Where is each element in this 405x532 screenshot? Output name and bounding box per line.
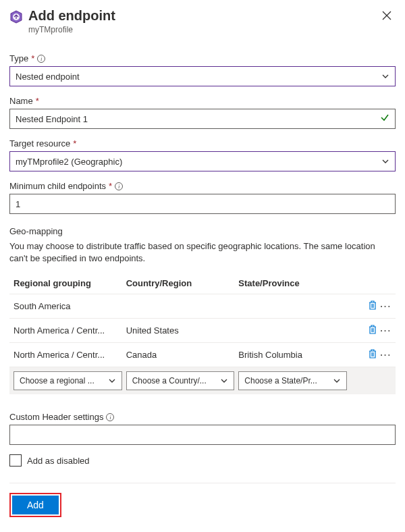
chevron-down-icon — [108, 377, 116, 385]
close-button[interactable] — [378, 8, 396, 25]
delete-button[interactable] — [368, 324, 377, 337]
check-icon — [380, 113, 389, 125]
add-disabled-checkbox[interactable] — [9, 454, 22, 467]
min-endpoints-label: Minimum child endpoints* i — [9, 181, 396, 191]
region-select[interactable]: Choose a regional ... — [14, 371, 122, 390]
panel-header: Add endpoint myTMprofile — [9, 8, 396, 34]
trash-icon — [368, 348, 377, 359]
geo-table: Regional grouping Country/Region State/P… — [9, 273, 396, 394]
chevron-down-icon — [381, 72, 389, 80]
close-icon — [382, 11, 392, 20]
min-endpoints-value: 1 — [16, 199, 20, 209]
target-select[interactable]: myTMprofile2 (Geographic) — [9, 151, 396, 171]
panel-subtitle: myTMprofile — [28, 25, 373, 34]
more-button[interactable]: ··· — [380, 350, 392, 360]
type-label: Type* i — [9, 53, 396, 63]
geo-help-text: You may choose to distribute traffic bas… — [9, 240, 396, 265]
add-button-highlight: Add — [9, 493, 61, 517]
col-region: Regional grouping — [14, 278, 126, 288]
traffic-manager-icon — [9, 10, 23, 24]
type-select[interactable]: Nested endpoint — [9, 66, 396, 86]
country-select[interactable]: Choose a Country/... — [126, 371, 235, 390]
trash-icon — [368, 300, 377, 311]
min-endpoints-input[interactable]: 1 — [9, 194, 396, 214]
trash-icon — [368, 324, 377, 335]
name-label: Name* — [9, 96, 396, 106]
cell-region: North America / Centr... — [14, 350, 126, 360]
cell-region: South America — [14, 301, 126, 311]
type-value: Nested endpoint — [16, 72, 80, 82]
col-country: Country/Region — [126, 278, 239, 288]
panel-title: Add endpoint — [28, 8, 373, 24]
name-value: Nested Endpoint 1 — [16, 114, 88, 124]
custom-header-input[interactable] — [9, 425, 396, 445]
info-icon[interactable]: i — [106, 413, 114, 421]
more-button[interactable]: ··· — [380, 301, 392, 311]
col-state: State/Province — [238, 278, 351, 288]
target-value: myTMprofile2 (Geographic) — [16, 157, 122, 167]
cell-state: British Columbia — [238, 350, 351, 360]
info-icon[interactable]: i — [115, 182, 123, 190]
geo-section-title: Geo-mapping — [9, 226, 396, 236]
chevron-down-icon — [333, 377, 341, 385]
chevron-down-icon — [220, 377, 228, 385]
more-button[interactable]: ··· — [380, 325, 392, 336]
cell-country: Canada — [126, 350, 239, 360]
add-button[interactable]: Add — [12, 496, 59, 514]
target-label: Target resource* — [9, 138, 396, 149]
geo-row: South America ··· — [9, 294, 396, 319]
info-icon[interactable]: i — [37, 55, 45, 63]
cell-country: United States — [126, 325, 239, 336]
chevron-down-icon — [381, 157, 389, 165]
delete-button[interactable] — [368, 348, 377, 361]
add-disabled-label: Add as disabled — [27, 456, 90, 466]
delete-button[interactable] — [368, 300, 377, 313]
name-input[interactable]: Nested Endpoint 1 — [9, 109, 396, 129]
geo-row: North America / Centr... Canada British … — [9, 343, 396, 367]
custom-header-label: Custom Header settings i — [9, 412, 396, 422]
geo-row: North America / Centr... United States ·… — [9, 319, 396, 343]
state-select[interactable]: Choose a State/Pr... — [238, 371, 347, 390]
cell-region: North America / Centr... — [14, 325, 126, 336]
